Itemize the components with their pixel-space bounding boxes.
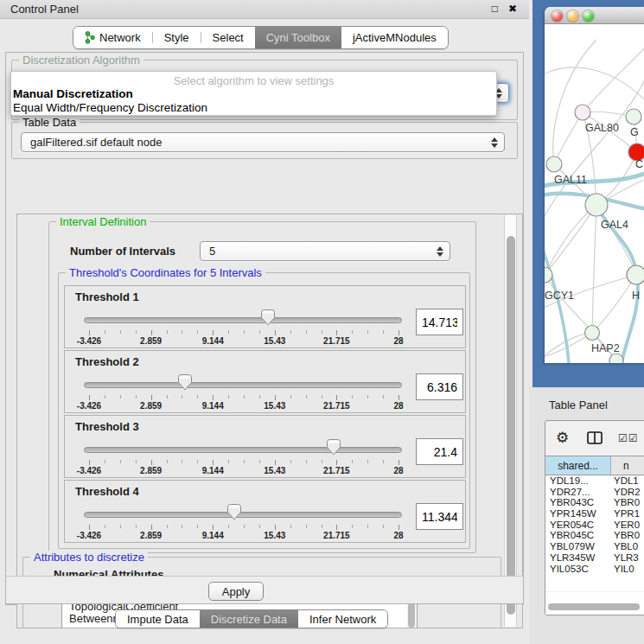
slider-track[interactable] (84, 512, 402, 518)
table-data-group: Table Data galFiltered.sif default node (11, 122, 518, 159)
network-node-gal4[interactable] (585, 194, 608, 216)
network-node-gal80[interactable] (575, 105, 590, 120)
close-window-button[interactable] (552, 10, 563, 22)
threshold-value-field[interactable] (416, 309, 463, 335)
table-row[interactable]: YLR345WYLR3 (545, 552, 644, 564)
slider-track[interactable] (84, 317, 402, 323)
column-header-name[interactable]: n (611, 456, 644, 475)
tick-minor (290, 395, 291, 399)
table-row[interactable]: YBR045CYBR0 (545, 530, 644, 541)
tick-label: 21.715 (317, 336, 355, 346)
network-node-hap2[interactable] (585, 326, 600, 341)
tick-minor (322, 525, 322, 528)
threshold-value-field[interactable] (416, 503, 463, 530)
table-horizontal-scrollbar[interactable] (548, 603, 640, 610)
network-node-ne-node[interactable] (626, 109, 641, 124)
network-edge[interactable] (545, 205, 596, 275)
network-edge[interactable] (592, 205, 596, 333)
control-panel-title: Control Panel (10, 3, 79, 16)
slider-thumb[interactable] (227, 504, 241, 520)
network-edge-thick[interactable] (545, 245, 569, 363)
network-node-gal11[interactable] (546, 156, 562, 172)
control-panel-titlebar: Control Panel □ ✖ (0, 0, 529, 19)
node-label-ne-node: G (630, 126, 639, 138)
tab-jactivemnodules[interactable]: jActiveMNodules (341, 27, 448, 48)
tab-discretize-data[interactable]: Discretize Data (200, 610, 298, 628)
threshold-value-field[interactable] (416, 438, 463, 465)
table-row[interactable]: YIL053CYIL0 (545, 564, 644, 575)
cell-shared-name: YBR045C (545, 530, 611, 541)
tick-minor (120, 395, 121, 399)
cell-name: YBL0 (611, 541, 644, 552)
minimize-window-button[interactable] (567, 10, 578, 22)
tick-minor (306, 395, 307, 399)
tick-minor (228, 395, 229, 399)
combo-stepper-icon (491, 137, 498, 148)
gear-icon[interactable]: ⚙ (556, 430, 569, 445)
network-edge[interactable] (554, 112, 583, 164)
number-of-intervals-value: 5 (209, 245, 215, 258)
columns-icon[interactable] (587, 431, 603, 448)
table-row[interactable]: YDR27...YDR2 (545, 487, 644, 498)
network-edge[interactable] (545, 67, 644, 102)
tick-minor (306, 330, 307, 334)
tick-major (399, 330, 399, 335)
threshold-box: Threshold 1 -3.4262.8599.14415.4321.7152… (64, 285, 466, 348)
tick-minor (383, 460, 384, 463)
tab-network[interactable]: Network (73, 27, 152, 48)
tab-style[interactable]: Style (153, 27, 201, 48)
float-window-icon[interactable]: □ (492, 3, 498, 15)
table-row[interactable]: YPR145WYPR1 (545, 508, 644, 520)
table-row[interactable]: YER054CYER0 (545, 520, 644, 531)
slider-thumb[interactable] (178, 374, 192, 391)
tick-major (399, 525, 399, 530)
settings-vertical-scrollbar[interactable] (504, 215, 517, 627)
tick-major (151, 395, 152, 400)
number-of-intervals-combobox[interactable]: 5 (200, 241, 450, 261)
network-node-h-node[interactable] (627, 265, 644, 284)
tick-major (336, 395, 337, 400)
table-row[interactable]: YDL19...YDL1 (545, 475, 644, 487)
close-panel-icon[interactable]: ✖ (508, 3, 517, 15)
network-edge[interactable] (592, 275, 636, 333)
settings-scrollbar-thumb[interactable] (507, 236, 515, 615)
slider-track[interactable] (84, 382, 402, 388)
network-canvas[interactable]: GAL80GCGAL11GAL4GCY1HHAP2 (545, 24, 644, 363)
slider-track[interactable] (84, 447, 402, 453)
table-row[interactable]: YBR043CYBR0 (545, 497, 644, 508)
tick-minor (259, 460, 260, 463)
slider-thumb[interactable] (327, 439, 341, 456)
tick-major (213, 395, 214, 400)
cell-name: YPR1 (611, 508, 644, 520)
table-data-combobox[interactable]: galFiltered.sif default node (21, 132, 505, 152)
tab-label: Select (213, 31, 244, 44)
tab-select[interactable]: Select (201, 27, 255, 48)
apply-button[interactable]: Apply (208, 582, 264, 601)
tick-major (213, 460, 214, 465)
column-header-shared[interactable]: shared... (545, 456, 611, 475)
network-edge[interactable] (583, 46, 644, 112)
tick-minor (136, 525, 137, 528)
tick-minor (228, 330, 229, 334)
network-node-bottom-node[interactable] (609, 354, 623, 363)
algorithm-option-manual[interactable]: Manual Discretization (13, 87, 133, 100)
checkbox-filter-icons[interactable]: ☑☑ (618, 432, 639, 444)
threshold-value-field[interactable] (416, 373, 463, 400)
tick-minor (367, 460, 368, 463)
network-icon (85, 31, 95, 44)
tab-cyni-toolbox[interactable]: Cyni Toolbox (255, 27, 341, 48)
zoom-window-button[interactable] (583, 10, 594, 22)
algorithm-placeholder: Select algorithm to view settings (11, 74, 496, 87)
tab-label: Discretize Data (211, 613, 287, 626)
tick-label: 15.43 (256, 336, 294, 346)
algorithm-option-equal-width[interactable]: Equal Width/Frequency Discretization (13, 101, 207, 114)
slider-thumb[interactable] (261, 309, 275, 326)
tab-impute-data[interactable]: Impute Data (116, 610, 200, 628)
tab-infer-network[interactable]: Infer Network (298, 610, 387, 628)
algorithm-combobox-stepper[interactable] (495, 83, 509, 103)
cell-shared-name: YDL19... (545, 475, 611, 487)
tick-major (275, 330, 276, 335)
table-row[interactable]: YBL079WYBL0 (545, 541, 644, 552)
tick-major (89, 395, 90, 400)
tick-major (275, 460, 276, 465)
